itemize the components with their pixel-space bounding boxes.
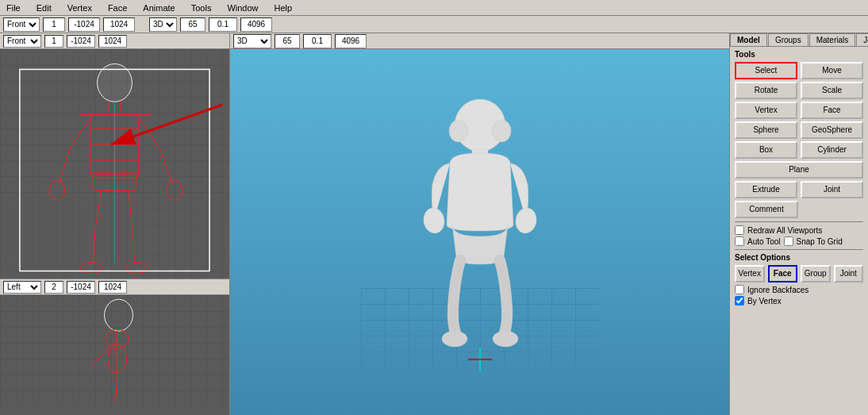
snaptogrid-label: Snap To Grid <box>797 237 843 246</box>
ignore-backfaces-checkbox[interactable] <box>735 285 744 294</box>
viewport-3d-canvas[interactable] <box>230 49 729 415</box>
select-button[interactable]: Select <box>735 62 797 79</box>
btn-row-vertex-face: Vertex Face <box>735 102 863 119</box>
toolbar-input-6[interactable] <box>240 17 272 32</box>
divider-2 <box>735 249 863 250</box>
tab-materials[interactable]: Materials <box>809 33 856 46</box>
viewport-front-range-a[interactable] <box>67 35 95 48</box>
viewport-left-range-a[interactable] <box>67 281 95 294</box>
viewport-left-range-b[interactable] <box>98 281 127 294</box>
comment-button[interactable]: Comment <box>735 201 798 218</box>
viewport-3d-select[interactable]: 3D <box>233 34 271 48</box>
axis-indicator <box>468 348 492 371</box>
viewport-left-label: Left <box>0 279 229 295</box>
viewport-left[interactable]: Left <box>0 279 229 415</box>
toolbar-input-4[interactable] <box>180 17 205 32</box>
menu-face[interactable]: Face <box>105 2 130 13</box>
viewport-front[interactable]: Front <box>0 33 229 279</box>
toolbar-input-1[interactable] <box>43 17 65 32</box>
snaptogrid-checkbox[interactable] <box>784 236 793 246</box>
scale-button[interactable]: Scale <box>801 82 863 99</box>
wireframe-side <box>0 295 229 406</box>
view-select-1[interactable]: Front <box>3 17 40 32</box>
joint-button[interactable]: Joint <box>801 181 863 198</box>
menu-window[interactable]: Window <box>224 2 261 13</box>
panel-tabs: Model Groups Materials Joints <box>730 33 868 47</box>
viewport-3d-num3[interactable] <box>335 34 367 48</box>
svg-line-32 <box>91 339 117 367</box>
viewport-front-canvas[interactable] <box>0 49 229 279</box>
ignore-backfaces-label: Ignore Backfaces <box>747 286 808 294</box>
sel-group-button[interactable]: Group <box>801 265 831 282</box>
toolbar-input-3[interactable] <box>103 17 135 32</box>
btn-row-select-move: Select Move <box>735 62 863 79</box>
btn-row-rotate-scale: Rotate Scale <box>735 82 863 99</box>
svg-line-13 <box>95 190 102 232</box>
by-vertex-checkbox[interactable] <box>735 296 744 305</box>
btn-row-extrude-joint: Extrude Joint <box>735 181 863 198</box>
svg-line-10 <box>138 117 159 148</box>
viewport-3d-num2[interactable] <box>303 34 332 48</box>
viewport-front-range-b[interactable] <box>98 35 127 48</box>
menu-file[interactable]: File <box>3 2 24 13</box>
redraw-label: Redraw All Viewports <box>747 226 822 235</box>
autotool-checkbox[interactable] <box>735 236 744 246</box>
toolbar-input-2[interactable] <box>68 17 100 32</box>
menu-tools[interactable]: Tools <box>188 2 215 13</box>
by-vertex-row: By Vertex <box>735 296 863 305</box>
btn-row-plane: Plane <box>735 161 863 179</box>
btn-row-sphere-geosphere: Sphere GeoSphere <box>735 121 863 139</box>
svg-point-9 <box>49 181 65 200</box>
viewport-3d-num1[interactable] <box>275 34 300 48</box>
move-button[interactable]: Move <box>801 62 863 79</box>
svg-line-17 <box>133 232 134 263</box>
view-select-2[interactable]: 3D <box>149 17 177 32</box>
svg-point-41 <box>493 331 518 347</box>
menu-animate[interactable]: Animate <box>140 2 178 13</box>
tools-label: Tools <box>735 50 863 59</box>
redraw-checkbox-row: Redraw All Viewports <box>735 225 863 235</box>
svg-point-18 <box>125 263 148 274</box>
toolbar-input-5[interactable] <box>209 17 237 32</box>
viewport-front-select[interactable]: Front <box>3 35 41 48</box>
geosphere-button[interactable]: GeoSphere <box>801 121 863 139</box>
svg-point-12 <box>167 181 182 200</box>
tab-joints[interactable]: Joints <box>856 33 868 46</box>
viewport-3d[interactable]: 3D <box>230 33 729 415</box>
character-3d <box>401 98 559 367</box>
viewport-left-select[interactable]: Left <box>3 281 41 294</box>
rotate-button[interactable]: Rotate <box>735 82 797 99</box>
divider-1 <box>735 221 863 222</box>
tab-model[interactable]: Model <box>730 33 767 46</box>
svg-line-8 <box>60 148 70 184</box>
vertex-button[interactable]: Vertex <box>735 102 797 119</box>
tools-section: Tools Select Move Rotate Scale Vertex Fa… <box>730 47 868 310</box>
box-button[interactable]: Box <box>735 141 797 159</box>
sel-joint-button[interactable]: Joint <box>834 265 864 282</box>
tab-groups[interactable]: Groups <box>768 33 808 46</box>
right-panel: Model Groups Materials Joints Tools Sele… <box>729 33 868 415</box>
cylinder-button[interactable]: Cylinder <box>801 141 863 159</box>
svg-line-11 <box>159 148 172 184</box>
viewport-front-label: Front <box>0 33 229 49</box>
plane-button[interactable]: Plane <box>735 161 863 179</box>
menu-edit[interactable]: Edit <box>33 2 55 13</box>
viewport-front-num[interactable] <box>44 35 63 48</box>
viewport-left-num[interactable] <box>44 281 63 294</box>
sel-face-button[interactable]: Face <box>768 265 798 282</box>
svg-point-35 <box>449 120 468 142</box>
sel-vertex-button[interactable]: Vertex <box>735 265 765 282</box>
sphere-button[interactable]: Sphere <box>735 121 797 139</box>
svg-point-15 <box>80 263 102 274</box>
btn-row-comment: Comment <box>735 201 863 218</box>
viewport-left-canvas[interactable] <box>0 295 229 406</box>
svg-point-40 <box>442 331 467 347</box>
menu-vertex[interactable]: Vertex <box>64 2 95 13</box>
toolbar: Front 3D <box>0 16 868 33</box>
select-options-buttons: Vertex Face Group Joint <box>735 265 863 282</box>
svg-line-14 <box>94 232 95 263</box>
face-button[interactable]: Face <box>801 102 863 119</box>
extrude-button[interactable]: Extrude <box>735 181 797 198</box>
redraw-checkbox[interactable] <box>735 225 744 235</box>
menu-help[interactable]: Help <box>271 2 296 13</box>
